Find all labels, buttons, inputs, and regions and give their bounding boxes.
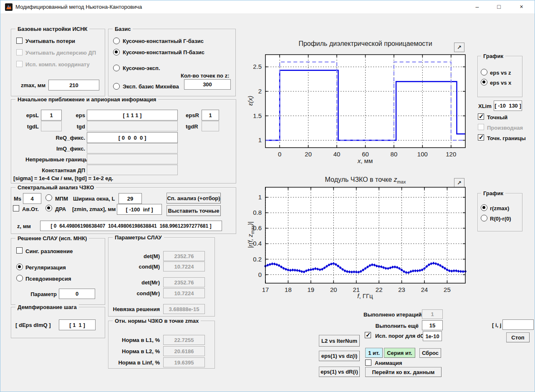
zrange-input[interactable]: [117, 204, 162, 215]
zmax-label: zmax, мм: [17, 82, 45, 88]
panel-norms-title: Отн. нормы ЧЗКО в точке zmax: [113, 318, 201, 324]
eps-vs-dr-button[interactable]: eps(1) vs dR(i): [319, 367, 360, 377]
xlim-input[interactable]: [494, 101, 522, 111]
complex-coord-checkbox: [16, 61, 23, 67]
detMr-value: 2352.76: [163, 277, 205, 287]
tgd-label: tgd: [25, 123, 85, 130]
profile-ylabel: ε(x): [247, 93, 254, 109]
complex-coord-checkbox-label: Исп. компл. координату: [25, 61, 90, 68]
panel-basis-title: Базис: [113, 26, 133, 32]
basis-p-radio[interactable]: [113, 49, 120, 55]
profile-plot: 02040608010012011.522.5: [265, 55, 465, 148]
expand-profile-chart-button[interactable]: ↗: [454, 43, 464, 52]
detM-label: det(M): [113, 253, 160, 259]
epsR-label: epsR: [186, 112, 201, 118]
dc-threshold-input[interactable]: [423, 331, 442, 341]
exact-profile-checkbox[interactable]: [478, 113, 484, 120]
eps-vs-z-radio-label: eps vs z: [490, 70, 511, 76]
dispersion-checkbox-label: Учитывать дисперсию ДП: [25, 50, 96, 56]
iterations-more-label: Выполнить ещё: [363, 323, 419, 329]
reset-button[interactable]: Сброс: [419, 348, 441, 358]
reQ-input[interactable]: [87, 132, 178, 143]
eps-label: eps: [25, 112, 85, 118]
ms-input[interactable]: [23, 193, 41, 204]
panel-damping-title: Демпфирование шага: [15, 304, 79, 310]
ij-input[interactable]: [502, 319, 534, 330]
constant-dp-input: [87, 165, 178, 175]
avot-checkbox[interactable]: [13, 205, 19, 211]
expand-reflection-chart-button[interactable]: ↗: [454, 178, 464, 188]
iterations-done-label: Выполнено итераций: [363, 312, 419, 318]
svg-text:17: 17: [262, 286, 269, 293]
window-width-input[interactable]: [119, 193, 142, 204]
exact-bounds-checkbox-label: Точн. границы: [487, 135, 526, 141]
goto-input-data-button[interactable]: Перейти ко вх. данным: [365, 367, 442, 377]
eps-vs-dz-button[interactable]: eps(1) vs dz(i): [319, 351, 360, 361]
one-iteration-button[interactable]: 1 ит.: [365, 348, 383, 358]
animation-checkbox[interactable]: [365, 359, 371, 366]
matlab-icon: [5, 3, 13, 11]
spectral-analysis-button[interactable]: Сп. анализ (+отбор): [167, 193, 221, 204]
basis-g-radio-label: Кусочно-константный Г-базис: [123, 38, 204, 44]
exact-profile-checkbox-label: Точный: [487, 114, 507, 121]
eps-input[interactable]: [87, 110, 178, 121]
title-bar: Модифицированный метод Ньютона-Канторови…: [0, 0, 535, 13]
dra-radio[interactable]: [45, 205, 52, 211]
svg-text:18: 18: [285, 286, 292, 293]
maximize-button[interactable]: □: [490, 0, 508, 13]
basis-exp-radio[interactable]: [113, 65, 120, 71]
iteration-series-button[interactable]: Серия ит.: [384, 348, 415, 358]
basis-g-radio[interactable]: [113, 38, 120, 44]
profile-chart-title: Профиль диэлектрической проницаемости: [265, 40, 465, 48]
basis-p-radio-label: Кусочно-константный П-базис: [123, 49, 204, 55]
condM-label: cond(M): [113, 264, 160, 270]
zmax-input[interactable]: [48, 80, 99, 90]
reflection-chart-title: Модуль ЧЗКО в точке zmax: [265, 176, 465, 184]
imQ-label: ImQ_фикс.: [25, 146, 85, 152]
svd-checkbox[interactable]: [16, 247, 23, 254]
iterations-done-value: 1: [422, 309, 443, 319]
window-title: Модифицированный метод Ньютона-Канторови…: [15, 4, 142, 10]
window-width-label: Ширина окна, L: [73, 196, 115, 202]
ms-label: Ms: [14, 196, 21, 202]
dc-threshold-checkbox-label: Исп. порог для dC: [375, 333, 424, 339]
z-values-label: z, мм: [17, 223, 31, 229]
residual-value: 3.68888e-15: [163, 304, 205, 314]
linf-norm-label: Норма в Linf, %: [110, 359, 160, 366]
eps-vs-x-radio[interactable]: [481, 79, 487, 85]
z-values-input[interactable]: [40, 221, 222, 231]
set-exact-button[interactable]: Выставить точные: [167, 205, 221, 216]
r-zmax-radio-label: r(zmax): [490, 205, 509, 211]
profile-xlabel: x, мм: [344, 157, 386, 164]
pseudoinverse-radio[interactable]: [16, 275, 23, 281]
points-count-input[interactable]: [184, 79, 231, 90]
reflection-ylabel: |r(f, zmax)|: [247, 212, 255, 258]
animation-checkbox-label: Анимация: [375, 360, 402, 366]
iterations-more-input[interactable]: [422, 320, 443, 330]
svg-text:25: 25: [444, 286, 451, 293]
eps-vs-z-radio[interactable]: [481, 69, 487, 75]
svg-text:40: 40: [333, 151, 341, 158]
points-count-label: Кол-во точек по z:: [181, 73, 229, 79]
l2-vs-iternum-button[interactable]: L2 vs IterNum: [319, 335, 360, 347]
pseudoinverse-radio-label: Псевдоинверсия: [25, 276, 71, 282]
dc-threshold-checkbox[interactable]: [365, 332, 371, 338]
param-input[interactable]: [59, 289, 95, 299]
R0-r0-radio[interactable]: [481, 215, 487, 221]
minimize-button[interactable]: –: [468, 0, 487, 13]
damping-input[interactable]: [59, 319, 96, 330]
stop-button[interactable]: Стоп: [506, 332, 530, 342]
close-button[interactable]: ×: [512, 0, 531, 13]
r-zmax-radio[interactable]: [481, 204, 487, 211]
reflection-xlabel: f, ГГц: [344, 292, 386, 299]
regularization-radio[interactable]: [16, 264, 23, 270]
basis-mikhnev-radio[interactable]: [113, 83, 120, 90]
mpm-radio[interactable]: [45, 194, 52, 201]
basis-exp-radio-label: Кусочно-эксп.: [123, 65, 160, 71]
regularization-radio-label: Регуляризация: [25, 264, 66, 271]
loss-checkbox[interactable]: [16, 38, 23, 44]
epsR-input[interactable]: [202, 110, 219, 121]
app-window: Модифицированный метод Ньютона-Канторови…: [0, 0, 535, 392]
panel-graph1: [477, 56, 522, 97]
exact-bounds-checkbox[interactable]: [478, 134, 484, 141]
